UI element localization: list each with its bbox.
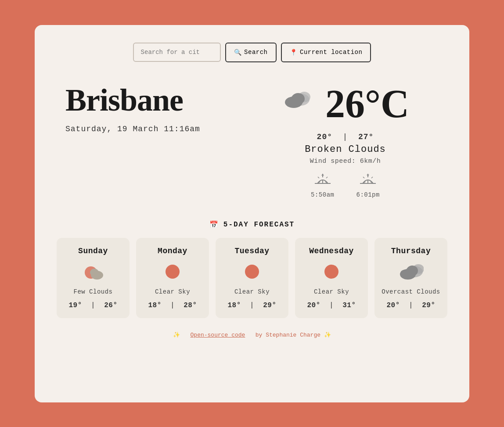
forecast-card-sunday: Sunday Few Clouds 19° | 26° bbox=[57, 238, 130, 319]
location-button-label: Current location bbox=[300, 49, 362, 56]
svg-point-26 bbox=[166, 265, 180, 279]
forecast-card-wednesday: Wednesday Clear Sky 20° | 31° bbox=[295, 238, 368, 319]
forecast-calendar-icon: 📅 bbox=[209, 220, 219, 229]
forecast-low-0: 19° bbox=[68, 301, 82, 309]
svg-marker-13 bbox=[321, 174, 324, 176]
forecast-high-4: 29° bbox=[422, 301, 435, 309]
sunrise-icon bbox=[315, 174, 331, 190]
app-card: 🔍 Search 📍 Current location Brisbane Sat… bbox=[35, 25, 469, 402]
svg-point-33 bbox=[400, 270, 408, 277]
forecast-day-4: Thursday bbox=[391, 247, 431, 255]
footer-suffix: by Stephanie Charge ✨ bbox=[256, 332, 331, 338]
forecast-temps-4: 20° | 29° bbox=[386, 301, 435, 309]
condition: Broken Clouds bbox=[305, 144, 386, 155]
city-section: Brisbane Saturday, 19 March 11:16am bbox=[65, 84, 252, 133]
forecast-card-tuesday: Tuesday Clear Sky 18° | 29° bbox=[216, 238, 288, 319]
svg-point-25 bbox=[90, 269, 99, 276]
forecast-card-monday: Monday Clear Sky 18° | 28° bbox=[136, 238, 209, 319]
forecast-high-1: 28° bbox=[184, 301, 197, 309]
forecast-temps-2: 18° | 29° bbox=[227, 301, 276, 309]
city-date: Saturday, 19 March 11:16am bbox=[65, 125, 252, 133]
forecast-condition-2: Clear Sky bbox=[234, 288, 270, 297]
temp-display: 26°C bbox=[281, 84, 409, 124]
search-input[interactable] bbox=[133, 43, 221, 62]
forecast-high-0: 26° bbox=[104, 301, 117, 309]
forecast-condition-3: Clear Sky bbox=[314, 288, 349, 297]
forecast-low-4: 20° bbox=[386, 301, 400, 309]
forecast-condition-4: Overcast Clouds bbox=[382, 288, 440, 297]
forecast-title-text: 5-DAY FORECAST bbox=[223, 221, 295, 229]
forecast-icon-1 bbox=[162, 261, 184, 283]
forecast-low-3: 20° bbox=[307, 301, 320, 309]
forecast-high-2: 29° bbox=[263, 301, 276, 309]
footer-prefix: ✨ bbox=[173, 332, 180, 338]
forecast-icon-3 bbox=[320, 261, 342, 283]
svg-line-11 bbox=[326, 177, 328, 178]
temp-range: 20° | 27° bbox=[305, 133, 386, 141]
current-weather-icon bbox=[281, 86, 317, 121]
sunrise-item: 5:50am bbox=[311, 174, 334, 198]
forecast-day-1: Monday bbox=[158, 247, 187, 255]
forecast-section: 📅 5-DAY FORECAST Sunday Few Clouds bbox=[57, 220, 447, 319]
weather-main: Brisbane Saturday, 19 March 11:16am bbox=[57, 84, 447, 198]
forecast-condition-1: Clear Sky bbox=[155, 288, 190, 297]
svg-point-32 bbox=[407, 266, 418, 276]
sunrise-time: 5:50am bbox=[311, 191, 334, 198]
temp-section: 26°C 20° | 27° Broken Clouds Wind speed:… bbox=[252, 84, 439, 198]
wind-speed: Wind speed: 6km/h bbox=[305, 158, 386, 165]
svg-line-10 bbox=[318, 177, 319, 178]
svg-point-4 bbox=[286, 98, 295, 105]
sun-times: 5:50am bbox=[305, 174, 386, 198]
forecast-low-2: 18° bbox=[227, 301, 241, 309]
forecast-temps-3: 20° | 31° bbox=[307, 301, 356, 309]
forecast-condition-0: Few Clouds bbox=[73, 288, 112, 297]
temperature: 26°C bbox=[325, 84, 409, 124]
temp-high: 27° bbox=[358, 133, 374, 141]
location-icon: 📍 bbox=[290, 49, 298, 56]
city-name: Brisbane bbox=[65, 84, 252, 116]
forecast-title: 📅 5-DAY FORECAST bbox=[57, 220, 447, 229]
svg-point-28 bbox=[324, 265, 338, 279]
forecast-cards: Sunday Few Clouds 19° | 26° bbox=[57, 238, 447, 319]
forecast-temps-0: 19° | 26° bbox=[68, 301, 117, 309]
forecast-icon-2 bbox=[241, 261, 263, 283]
sunset-icon bbox=[360, 174, 376, 190]
forecast-temps-1: 18° | 28° bbox=[148, 301, 197, 309]
forecast-card-thursday: Thursday Overcast Clouds 20° | bbox=[374, 238, 447, 319]
temp-low: 20° bbox=[317, 133, 332, 141]
sunset-time: 6:01pm bbox=[356, 191, 379, 198]
weather-details: 20° | 27° Broken Clouds Wind speed: 6km/… bbox=[305, 133, 386, 198]
footer: ✨ Open-source code by Stephanie Charge ✨ bbox=[57, 331, 447, 338]
search-icon: 🔍 bbox=[234, 49, 242, 56]
footer-link[interactable]: Open-source code bbox=[191, 332, 245, 338]
forecast-day-0: Sunday bbox=[78, 247, 108, 255]
svg-point-27 bbox=[245, 265, 259, 279]
forecast-day-2: Tuesday bbox=[234, 247, 269, 255]
forecast-day-3: Wednesday bbox=[309, 247, 354, 255]
svg-line-20 bbox=[371, 177, 373, 178]
search-bar: 🔍 Search 📍 Current location bbox=[57, 43, 447, 62]
sunset-item: 6:01pm bbox=[356, 174, 379, 198]
forecast-high-3: 31° bbox=[342, 301, 356, 309]
forecast-icon-0 bbox=[82, 261, 104, 283]
svg-marker-22 bbox=[367, 175, 369, 176]
forecast-low-1: 18° bbox=[148, 301, 161, 309]
svg-line-19 bbox=[363, 177, 364, 178]
search-button-label: Search bbox=[244, 49, 267, 56]
search-button[interactable]: 🔍 Search bbox=[225, 43, 277, 62]
forecast-icon-4 bbox=[398, 261, 424, 283]
location-button[interactable]: 📍 Current location bbox=[281, 43, 371, 62]
